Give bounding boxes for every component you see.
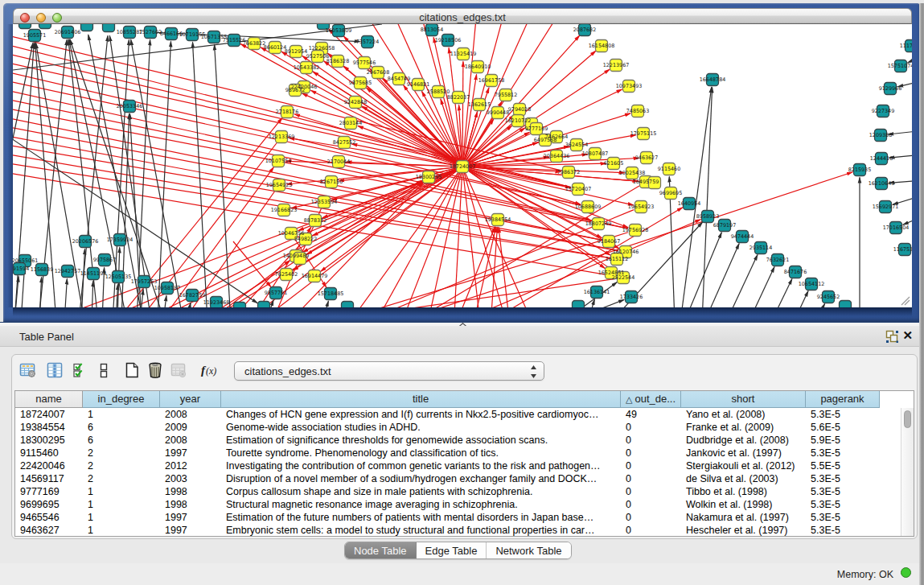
tab-network-table[interactable]: Network Table bbox=[487, 542, 570, 558]
function-builder-button[interactable]: f (x) bbox=[200, 361, 220, 382]
tab-edge-table[interactable]: Edge Table bbox=[417, 542, 487, 558]
table-row[interactable]: 946362711997Embryonic stem cells: a mode… bbox=[15, 524, 914, 537]
column-header-pagerank[interactable]: pagerank bbox=[806, 391, 880, 408]
graph-node-label: 19384554 bbox=[485, 216, 511, 223]
graph-node-label: 7632621 bbox=[766, 257, 789, 263]
new-column-button[interactable] bbox=[122, 361, 142, 382]
combo-arrows-icon bbox=[530, 364, 537, 380]
table-cell: 2008 bbox=[160, 408, 221, 421]
graph-node-label: 10958187 bbox=[154, 285, 181, 291]
scrollbar-thumb[interactable] bbox=[904, 410, 911, 428]
graph-node-label: 9990448 bbox=[487, 109, 509, 116]
column-header-in_degree[interactable]: in_degree bbox=[83, 391, 160, 408]
combo-stepper[interactable] bbox=[530, 364, 537, 380]
table-cell: 5.5E-5 bbox=[806, 459, 880, 472]
select-columns-button[interactable] bbox=[70, 361, 89, 382]
table-row[interactable]: 1456911722003Disruption of a novel membe… bbox=[15, 472, 914, 485]
column-header-year[interactable]: year bbox=[160, 391, 221, 408]
black-edge bbox=[163, 295, 166, 307]
graph-node-label: 12213967 bbox=[603, 62, 630, 68]
float-panel-icon[interactable] bbox=[885, 330, 899, 344]
table-row[interactable]: 1872400712008Changes of HCN gene express… bbox=[15, 408, 914, 421]
graph-node-label: 19756928 bbox=[622, 227, 649, 233]
table-row[interactable]: 946554611997Estimation of the future num… bbox=[15, 511, 914, 524]
table-row[interactable]: 2242004622012Investigating the contribut… bbox=[15, 459, 914, 472]
canvas-resize-grip[interactable] bbox=[899, 295, 910, 306]
graph-node-teal[interactable] bbox=[342, 302, 354, 308]
tab-node-table[interactable]: Node Table bbox=[345, 542, 417, 558]
column-header-name[interactable]: name bbox=[15, 391, 83, 408]
table-cell: 5.3E-5 bbox=[806, 524, 880, 537]
table-select-dropdown[interactable]: citations_edges.txt bbox=[234, 361, 544, 381]
column-header-short[interactable]: short bbox=[681, 391, 806, 408]
graph-node-label: 16154808 bbox=[589, 43, 615, 49]
graph-node-teal[interactable] bbox=[840, 301, 852, 308]
graph-node-label: 20364436 bbox=[544, 153, 570, 159]
graph-node-teal[interactable] bbox=[19, 24, 31, 29]
graph-node-teal[interactable] bbox=[573, 301, 585, 308]
table-cell: Embryonic stem cells: a model to study s… bbox=[221, 524, 621, 537]
network-canvas[interactable]: 1905571206914061085528715276026466160107… bbox=[13, 24, 912, 307]
delete-table-button[interactable] bbox=[169, 361, 188, 382]
graph-node-label: 12213369 bbox=[269, 134, 295, 140]
graph-node-teal[interactable] bbox=[81, 24, 93, 31]
memory-status-label: Memory: OK bbox=[837, 569, 893, 580]
black-edge bbox=[749, 267, 774, 307]
graph-node-label: 12942757 bbox=[55, 268, 81, 274]
graph-node-label: 7357224 bbox=[356, 39, 379, 45]
black-edge bbox=[903, 216, 912, 225]
table-row[interactable]: 1938455462009Genome-wide association stu… bbox=[15, 421, 914, 434]
table-row[interactable]: 911546021997Tourette syndrome. Phenomeno… bbox=[15, 447, 914, 459]
graph-node-teal[interactable] bbox=[103, 24, 115, 32]
table-cell: 5.3E-5 bbox=[806, 472, 880, 485]
graph-node-label: 3624554 bbox=[565, 142, 588, 148]
table-cell: Genome-wide association studies in ADHD. bbox=[221, 421, 621, 434]
black-edge bbox=[81, 249, 85, 308]
graph-node-label: 2087682 bbox=[573, 27, 596, 33]
graph-node-label: 8215935 bbox=[848, 167, 871, 173]
graph-node-label: 1156839 bbox=[31, 266, 53, 273]
table-row[interactable]: 977716911998Corpus callosum shape and si… bbox=[15, 485, 914, 498]
graph-node-label: 10654112 bbox=[799, 281, 825, 287]
table-row[interactable]: 969969511998Structural magnetic resonanc… bbox=[15, 498, 914, 511]
graph-node-label: 20053346 bbox=[117, 103, 143, 109]
graph-node-label: 15692971 bbox=[873, 204, 899, 210]
black-edge bbox=[794, 291, 808, 307]
graph-node-label: 2522544 bbox=[612, 274, 634, 281]
table-cell: 9115460 bbox=[15, 447, 83, 459]
graph-node-teal[interactable] bbox=[258, 302, 270, 308]
graph-node-label: 8822037 bbox=[447, 94, 470, 101]
table-row[interactable]: 1830029562008Estimation of significance … bbox=[15, 434, 914, 447]
graph-node-label: 391594 bbox=[13, 266, 29, 272]
graph-node-label: 19166823 bbox=[271, 207, 298, 213]
float-panel-button[interactable] bbox=[885, 330, 899, 344]
table-cell: 5.3E-5 bbox=[806, 447, 880, 459]
table-vertical-scrollbar[interactable] bbox=[901, 408, 914, 536]
column-header-out_de[interactable]: △out_de... bbox=[621, 391, 681, 408]
graph-node-label: 18300295 bbox=[416, 174, 442, 180]
table-settings-button[interactable] bbox=[18, 361, 38, 382]
graph-node-label: 7625402 bbox=[275, 271, 298, 278]
graph-node-label: 16210643 bbox=[869, 180, 895, 187]
table-cell: 5.3E-5 bbox=[806, 408, 880, 421]
graph-node-teal[interactable] bbox=[39, 24, 51, 29]
table-cell: 2012 bbox=[160, 459, 221, 472]
citation-network-graph: 1905571206914061085528715276026466160107… bbox=[13, 24, 912, 307]
table-cell: 49 bbox=[621, 408, 681, 421]
network-view-window[interactable]: citations_edges.txt 19055712069140610855… bbox=[3, 3, 921, 322]
window-title-bar[interactable]: citations_edges.txt bbox=[13, 8, 912, 24]
column-header-title[interactable]: title bbox=[221, 391, 621, 408]
row-height-button[interactable] bbox=[94, 361, 113, 382]
table-cell: 2 bbox=[83, 447, 160, 459]
table-cell: Estimation of the future numbers of pati… bbox=[221, 511, 621, 524]
graph-node-label: 17016504 bbox=[883, 225, 910, 231]
resize-grip-icon[interactable] bbox=[899, 295, 910, 306]
table-cell: 2009 bbox=[160, 421, 221, 434]
close-panel-button[interactable]: ✕ bbox=[902, 328, 913, 343]
graph-node-label: 14099489 bbox=[283, 253, 310, 259]
table-cell: 2003 bbox=[160, 472, 221, 485]
show-columns-button[interactable] bbox=[45, 361, 64, 382]
table-cell: 0 bbox=[621, 524, 681, 537]
graph-node-label: 15720407 bbox=[565, 186, 592, 192]
delete-column-button[interactable] bbox=[146, 361, 165, 382]
